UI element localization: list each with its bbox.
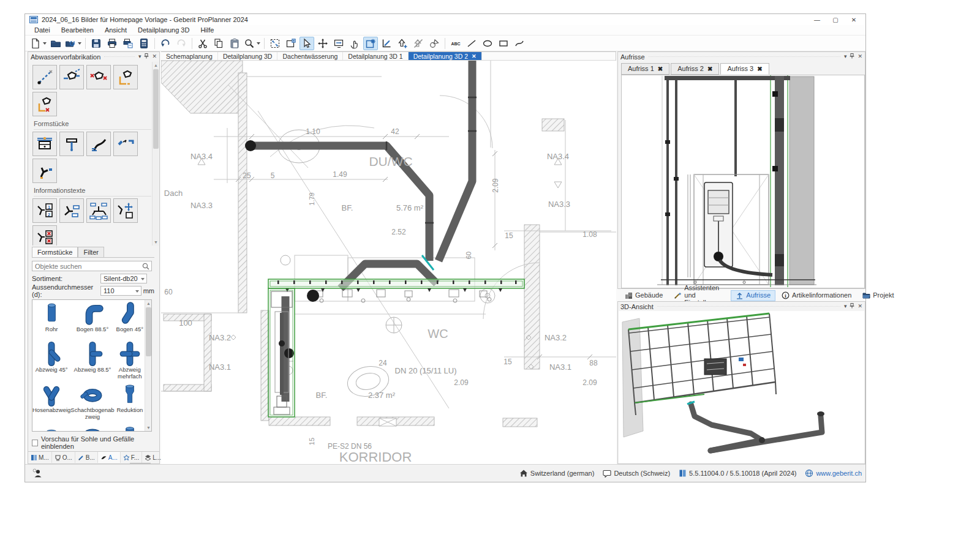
toolbar-draw-rectangle-button[interactable] [496, 37, 511, 50]
toolbar-open-folder-button[interactable] [48, 37, 63, 50]
fitting-unlabeled-11[interactable] [70, 421, 114, 432]
panel-dropdown-icon[interactable]: ▾ [844, 54, 847, 59]
tool-waste-object-delete-button[interactable] [86, 65, 111, 89]
toolbar-touch-select-button[interactable] [347, 37, 362, 50]
toolbar-pan-view-button[interactable] [331, 37, 346, 50]
panel-close-icon[interactable]: ✕ [152, 54, 157, 59]
panel-close-icon[interactable]: ✕ [858, 304, 862, 309]
close-button[interactable]: ✕ [845, 14, 863, 25]
fitting-abzweig-45[interactable]: Abzweig 45° [32, 340, 70, 381]
sidebar-tab-o[interactable]: O... [52, 452, 75, 463]
document-tab-schemaplanung[interactable]: Schemaplanung [161, 52, 218, 60]
search-input[interactable] [32, 261, 151, 271]
tool-info-delete-label-button[interactable] [32, 225, 57, 246]
tab-filter[interactable]: Filter [78, 247, 104, 258]
close-tab-icon[interactable]: ✖ [707, 66, 712, 72]
toolbar-shapes-button[interactable] [427, 37, 442, 50]
toolbar-copy-button[interactable] [211, 37, 226, 50]
panel-dropdown-icon[interactable]: ▾ [844, 304, 847, 309]
dock-tab-geb-ude[interactable]: Gebäude [620, 290, 668, 301]
toolbar-draw-arc-button[interactable] [512, 37, 527, 50]
fitting-reduktion[interactable]: Reduktion [115, 381, 145, 421]
panel-close-icon[interactable]: ✕ [858, 54, 862, 59]
toolbar-cut-button[interactable] [195, 37, 210, 50]
tool-branch-curve-button[interactable] [86, 132, 111, 156]
elevation-view[interactable] [621, 75, 865, 288]
user-icon[interactable] [32, 468, 42, 478]
dock-tab-aufrisse[interactable]: Aufrisse [731, 290, 775, 301]
toolbar-new-document-button[interactable] [29, 37, 47, 50]
toolbar-arrow-disabled-button[interactable] [411, 37, 426, 50]
fittings-scrollbar[interactable]: ▲ ▼ [145, 300, 151, 431]
menu-hilfe[interactable]: Hilfe [195, 25, 219, 35]
panel-dropdown-icon[interactable]: ▾ [138, 54, 141, 59]
aufriss-tab-aufriss-3[interactable]: Aufriss 3✖ [720, 63, 769, 75]
document-tab-dachentw-sserung[interactable]: Dachentwässerung [277, 52, 343, 60]
dropdown-caret-icon[interactable] [78, 42, 81, 45]
fitting-hosenabzweig[interactable]: Hosenabzweig [32, 381, 70, 421]
document-tab-detailplanung-3d-1[interactable]: Detailplanung 3D 1 [343, 52, 408, 60]
tool-tee-fitting-button[interactable] [59, 132, 84, 156]
fitting-rohr[interactable]: Rohr [32, 300, 70, 340]
toolbar-move-tool-button[interactable] [315, 37, 330, 50]
tool-y-branch-piece-button[interactable] [32, 159, 57, 183]
minimize-button[interactable]: — [808, 14, 826, 25]
aufriss-tab-aufriss-2[interactable]: Aufriss 2✖ [671, 63, 719, 75]
sidebar-tab-m[interactable]: M... [28, 452, 52, 463]
menu-datei[interactable]: Datei [29, 25, 56, 35]
search-icon[interactable] [141, 262, 150, 271]
sidebar-tab-a[interactable]: A... [98, 451, 121, 463]
sidebar-tab-b[interactable]: B... [75, 452, 98, 463]
tab-formst-cke[interactable]: Formstücke [32, 247, 78, 258]
toolbar-paste-button[interactable] [227, 37, 242, 50]
panel-pin-icon[interactable] [144, 53, 149, 60]
fitting-bogen-88-5[interactable]: Bogen 88.5° [70, 300, 114, 340]
dropdown-caret-icon[interactable] [43, 42, 47, 45]
close-tab-icon[interactable]: ✕ [472, 53, 477, 59]
tool-waste-object-button[interactable] [59, 65, 84, 89]
tool-info-many-callouts-button[interactable] [86, 198, 111, 223]
menu-ansicht[interactable]: Ansicht [99, 25, 132, 35]
dropdown-aussendurchmesser-d[interactable]: 110 [100, 286, 141, 296]
toolbar-print-button[interactable] [105, 37, 119, 50]
tool-connect-pieces-button[interactable] [113, 132, 138, 156]
document-tab-detailplanung-3d[interactable]: Detailplanung 3D [218, 52, 278, 60]
close-tab-icon[interactable]: ✖ [757, 66, 762, 72]
panel-pin-icon[interactable] [850, 53, 854, 60]
fitting-schachtbogenab-zweig[interactable]: Schachtbogenab zweig [70, 381, 114, 421]
floorplan-canvas[interactable]: NA3.4NA3.4DachNA3.3NA3.3DU/WC1.10422551.… [161, 61, 616, 464]
toolbar-print-preview-button[interactable] [121, 37, 135, 50]
fitting-abzweig-88-5[interactable]: Abzweig 88.5° [70, 340, 114, 381]
toolbar-grid-settings-button[interactable] [363, 37, 378, 50]
toolbar-text-abc-button[interactable]: ABC [448, 37, 463, 50]
toolbar-zoom-tool-button[interactable] [243, 37, 261, 50]
tool-draw-waste-pipe-button[interactable] [32, 65, 57, 89]
menu-detailplanung-3d[interactable]: Detailplanung 3D [132, 25, 195, 35]
toolbar-calculator-button[interactable] [137, 37, 151, 50]
dock-tab-projekt[interactable]: Projekt [858, 290, 899, 301]
fitting-bogen-45[interactable]: Bogen 45° [115, 300, 145, 340]
preview-checkbox[interactable] [32, 440, 38, 446]
sidebar-tab-f[interactable]: F... [121, 452, 142, 463]
menu-bearbeiten[interactable]: Bearbeiten [56, 25, 99, 35]
toolbar-draw-ellipse-button[interactable] [480, 37, 495, 50]
status-www-geberit-ch[interactable]: www.geberit.ch [805, 469, 862, 478]
tool-info-move-label-button[interactable] [113, 198, 138, 223]
toolbar-zoom-fit-button[interactable] [268, 37, 282, 50]
tool-palette-scrollbar[interactable]: ▲ ▼ [152, 62, 159, 246]
fitting-unlabeled-10[interactable] [32, 421, 70, 432]
toolbar-draw-line-button[interactable] [464, 37, 479, 50]
dock-tab-artikelinformationen[interactable]: iArtikelinformationen [777, 290, 856, 301]
3d-view[interactable] [619, 311, 864, 463]
dropdown-sortiment[interactable]: Silent-db20 [100, 274, 147, 283]
toolbar-select-arrow-button[interactable] [300, 37, 314, 50]
fitting-unlabeled-12[interactable] [115, 421, 145, 432]
document-tab-detailplanung-3d-2[interactable]: Detailplanung 3D 2✕ [409, 52, 482, 60]
dropdown-caret-icon[interactable] [257, 42, 260, 45]
toolbar-measure-edit-button[interactable] [379, 37, 394, 50]
tool-collector-box-button[interactable] [32, 132, 57, 156]
toolbar-save-button[interactable] [89, 37, 104, 50]
toolbar-import-template-button[interactable] [64, 37, 82, 50]
tool-waste-object-route-button[interactable] [113, 65, 138, 89]
close-tab-icon[interactable]: ✖ [658, 66, 663, 72]
